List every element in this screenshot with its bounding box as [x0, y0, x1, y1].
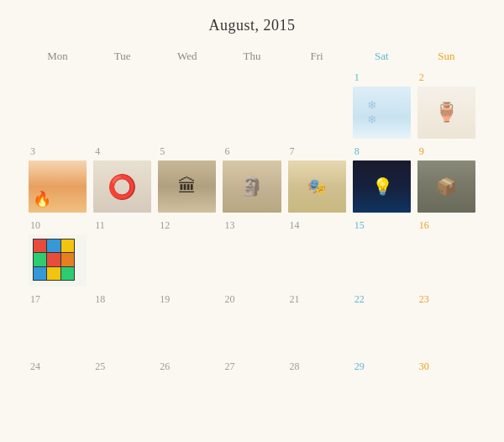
calendar-title: August, 2015	[25, 17, 479, 34]
day-cell-29[interactable]: 29	[349, 357, 414, 424]
header-sat: Sat	[349, 50, 414, 68]
day-cell-5[interactable]: 5	[155, 142, 219, 216]
day-number-17: 17	[29, 293, 87, 306]
day-image-1	[353, 87, 411, 139]
calendar-grid: Mon Tue Wed Thu Fri Sat Sun 1 2 3 4	[25, 50, 479, 424]
day-cell-3[interactable]: 3	[25, 142, 90, 216]
day-number-27: 27	[223, 360, 281, 373]
day-cell-10[interactable]: 10	[25, 216, 90, 290]
day-cell-15[interactable]: 15	[349, 216, 414, 290]
day-number-10: 10	[29, 219, 87, 232]
header-mon: Mon	[25, 50, 90, 68]
day-cell-13[interactable]: 13	[219, 216, 284, 290]
day-cell-12[interactable]: 12	[155, 216, 219, 290]
day-cell-21[interactable]: 21	[285, 290, 349, 357]
day-image-4	[93, 160, 151, 213]
day-cell-1[interactable]: 1	[349, 68, 414, 142]
header-fri: Fri	[285, 50, 349, 68]
header-wed: Wed	[155, 50, 219, 68]
day-image-10	[29, 234, 87, 287]
day-number-11: 11	[93, 219, 151, 232]
day-number-24: 24	[29, 360, 87, 373]
day-cell-23[interactable]: 23	[414, 290, 479, 357]
day-number-23: 23	[417, 293, 475, 306]
day-cell-empty-2	[90, 68, 155, 142]
day-cell-empty-4	[219, 68, 284, 142]
day-image-5	[158, 160, 216, 213]
day-cell-30[interactable]: 30	[414, 357, 479, 424]
day-number-25: 25	[93, 360, 151, 373]
day-number-8: 8	[353, 145, 411, 158]
rubiks-cube	[33, 239, 75, 281]
day-number-30: 30	[417, 360, 475, 373]
day-image-8	[353, 160, 411, 213]
calendar-container: August, 2015 Mon Tue Wed Thu Fri Sat Sun…	[0, 0, 504, 441]
day-image-6	[223, 160, 281, 213]
day-number-9: 9	[417, 145, 475, 158]
header-tue: Tue	[90, 50, 155, 68]
day-cell-empty-1	[25, 68, 90, 142]
day-number-4: 4	[93, 145, 151, 158]
day-number-1: 1	[353, 71, 411, 84]
day-number-15: 15	[353, 219, 411, 232]
day-cell-empty-3	[155, 68, 219, 142]
day-image-7	[288, 160, 346, 213]
day-image-2	[417, 87, 475, 139]
day-cell-14[interactable]: 14	[285, 216, 349, 290]
day-cell-28[interactable]: 28	[285, 357, 349, 424]
day-number-13: 13	[223, 219, 281, 232]
day-cell-6[interactable]: 6	[219, 142, 284, 216]
day-number-12: 12	[158, 219, 216, 232]
day-number-18: 18	[93, 293, 151, 306]
day-cell-20[interactable]: 20	[219, 290, 284, 357]
day-cell-9[interactable]: 9	[414, 142, 479, 216]
day-cell-8[interactable]: 8	[349, 142, 414, 216]
day-cell-7[interactable]: 7	[285, 142, 349, 216]
day-number-16: 16	[417, 219, 475, 232]
day-cell-26[interactable]: 26	[155, 357, 219, 424]
day-number-20: 20	[223, 293, 281, 306]
day-number-29: 29	[353, 360, 411, 373]
day-cell-2[interactable]: 2	[414, 68, 479, 142]
day-image-9	[417, 160, 475, 213]
day-number-2: 2	[417, 71, 475, 84]
day-number-21: 21	[288, 293, 346, 306]
day-cell-4[interactable]: 4	[90, 142, 155, 216]
day-number-14: 14	[288, 219, 346, 232]
day-number-3: 3	[29, 145, 87, 158]
day-cell-19[interactable]: 19	[155, 290, 219, 357]
day-number-26: 26	[158, 360, 216, 373]
day-cell-16[interactable]: 16	[414, 216, 479, 290]
day-cell-18[interactable]: 18	[90, 290, 155, 357]
day-number-7: 7	[288, 145, 346, 158]
day-cell-empty-5	[285, 68, 349, 142]
day-number-6: 6	[223, 145, 281, 158]
day-cell-27[interactable]: 27	[219, 357, 284, 424]
day-number-19: 19	[158, 293, 216, 306]
header-sun: Sun	[414, 50, 479, 68]
day-number-28: 28	[288, 360, 346, 373]
day-number-5: 5	[158, 145, 216, 158]
day-cell-17[interactable]: 17	[25, 290, 90, 357]
day-number-22: 22	[353, 293, 411, 306]
day-cell-24[interactable]: 24	[25, 357, 90, 424]
header-thu: Thu	[219, 50, 284, 68]
day-image-3	[29, 160, 87, 213]
day-cell-11[interactable]: 11	[90, 216, 155, 290]
day-cell-25[interactable]: 25	[90, 357, 155, 424]
day-cell-22[interactable]: 22	[349, 290, 414, 357]
